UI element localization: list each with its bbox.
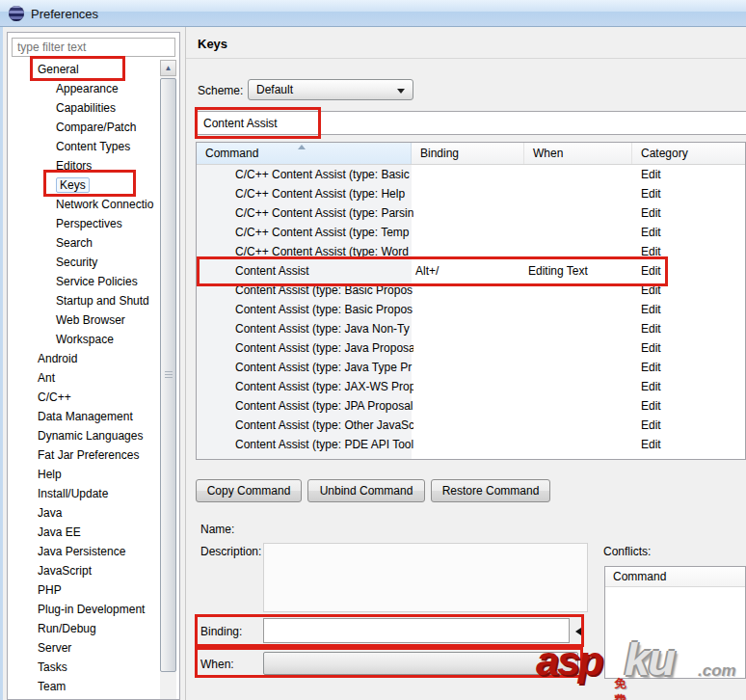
watermark-tagline: 免费网站源码下载站!	[614, 676, 632, 700]
panel-divider	[185, 27, 186, 700]
sidebar-item-data-management[interactable]: Data Management	[9, 407, 159, 426]
sidebar-item-php[interactable]: PHP	[9, 580, 159, 600]
table-row[interactable]: C/C++ Content Assist (type: TempEdit	[197, 223, 745, 242]
sidebar-item-label: Android	[38, 352, 77, 365]
sidebar-item-label: Startup and Shutd	[56, 294, 149, 308]
sidebar-item-network-connectio[interactable]: Network Connectio	[9, 195, 159, 214]
table-row[interactable]: Content Assist (type: JAX-WS PropEdit	[197, 377, 745, 396]
table-row[interactable]: Content Assist (type: SWT TemplEdit	[197, 454, 745, 460]
sidebar-item-dynamic-languages[interactable]: Dynamic Languages	[9, 426, 159, 445]
column-header-command[interactable]: Command	[197, 143, 412, 164]
sidebar-item-android[interactable]: Android	[9, 349, 159, 368]
sidebar-item-startup-and-shutd[interactable]: Startup and Shutd	[9, 291, 159, 310]
sidebar-item-c-c[interactable]: C/C++	[9, 388, 159, 407]
conflicts-label: Conflicts:	[603, 545, 651, 558]
name-label: Name:	[200, 523, 234, 536]
table-row[interactable]: Content Assist (type: Other JavaScEdit	[197, 416, 745, 435]
table-row[interactable]: Content Assist (type: Java ProposaEdit	[197, 338, 745, 358]
table-row[interactable]: Content Assist (type: Java Type PrEdit	[197, 358, 745, 377]
sidebar-item-java-persistence[interactable]: Java Persistence	[9, 542, 159, 561]
sidebar-item-security[interactable]: Security	[9, 253, 159, 272]
table-row[interactable]: C/C++ Content Assist (type: HelpEdit	[197, 184, 745, 203]
cell-command: C/C++ Content Assist (type: Basic	[235, 165, 413, 184]
when-dropdown[interactable]	[263, 652, 578, 675]
copy-command-button[interactable]: Copy Command	[196, 479, 302, 502]
cell-category: Edit	[641, 165, 737, 184]
sidebar-item-label: Content Types	[56, 140, 130, 153]
title-bar[interactable]: Preferences	[0, 0, 746, 27]
table-row[interactable]: C/C++ Content Assist (type: ParsinEdit	[197, 203, 745, 223]
sidebar-item-label: Dynamic Languages	[38, 429, 143, 443]
sidebar-item-editors[interactable]: Editors	[9, 156, 159, 175]
sidebar-item-ant[interactable]: Ant	[9, 368, 159, 388]
table-row[interactable]: C/C++ Content Assist (type: BasicEdit	[197, 165, 745, 184]
conflicts-table: Command	[604, 566, 746, 679]
sidebar-item-label: Network Connectio	[56, 198, 153, 211]
sidebar-item-search[interactable]: Search	[9, 233, 159, 253]
description-textarea[interactable]	[263, 543, 588, 612]
table-row[interactable]: Content Assist (type: JPA ProposalEdit	[197, 396, 745, 416]
sidebar-item-compare-patch[interactable]: Compare/Patch	[9, 118, 159, 137]
sidebar-item-plug-in-development[interactable]: Plug-in Development	[9, 600, 159, 619]
sidebar-filter-input[interactable]	[12, 38, 175, 57]
cell-category: Edit	[641, 338, 737, 358]
cell-category: Edit	[641, 261, 737, 281]
sidebar-item-label: PHP	[38, 583, 62, 597]
sidebar-item-help[interactable]: Help	[9, 465, 159, 484]
cell-command: Content Assist (type: Java Type Pr	[235, 358, 413, 377]
sidebar-scrollbar[interactable]: ▲	[160, 60, 176, 699]
unbind-command-button[interactable]: Unbind Command	[307, 479, 425, 502]
table-header: Command Binding When Category	[197, 143, 745, 165]
command-filter-input[interactable]	[197, 111, 746, 135]
sidebar-item-web-browser[interactable]: Web Browser	[9, 310, 159, 330]
cell-command: Content Assist (type: PDE API Tool	[235, 435, 413, 454]
cell-command: Content Assist (type: Basic Propos	[235, 300, 413, 319]
sidebar-item-appearance[interactable]: Appearance	[9, 79, 159, 98]
restore-command-button[interactable]: Restore Command	[431, 479, 550, 502]
sidebar-item-run-debug[interactable]: Run/Debug	[9, 619, 159, 638]
sidebar-item-tasks[interactable]: Tasks	[9, 658, 159, 677]
table-row[interactable]: Content Assist (type: Basic ProposEdit	[197, 300, 745, 319]
sidebar-item-fat-jar-preferences[interactable]: Fat Jar Preferences	[9, 445, 159, 465]
sidebar-item-java-ee[interactable]: Java EE	[9, 523, 159, 542]
scheme-dropdown[interactable]: Default	[248, 79, 413, 100]
column-header-binding[interactable]: Binding	[412, 143, 524, 164]
sidebar-item-workspace[interactable]: Workspace	[9, 330, 159, 349]
scroll-up-icon[interactable]: ▲	[160, 60, 176, 76]
cell-category: Edit	[641, 396, 737, 416]
sidebar-item-keys[interactable]: Keys	[9, 175, 159, 195]
sidebar-item-label: Perspectives	[56, 217, 122, 230]
table-row[interactable]: Content Assist (type: PDE API ToolEdit	[197, 435, 745, 454]
cell-command: Content Assist	[235, 261, 413, 281]
cell-category: Edit	[641, 184, 737, 203]
cell-category: Edit	[641, 203, 737, 223]
table-row-selected[interactable]: Content AssistAlt+/Editing TextEdit	[197, 261, 745, 281]
sidebar-item-install-update[interactable]: Install/Update	[9, 484, 159, 503]
sidebar-item-label: Tasks	[38, 660, 67, 674]
sidebar-item-content-types[interactable]: Content Types	[9, 137, 159, 156]
chevron-down-icon	[397, 89, 405, 94]
cell-category: Edit	[641, 416, 737, 435]
sidebar-item-server[interactable]: Server	[9, 638, 159, 658]
conflicts-column-header-command[interactable]: Command	[605, 567, 745, 587]
table-row[interactable]: Content Assist (type: Basic ProposEdit	[197, 281, 745, 300]
cell-category: Edit	[641, 300, 737, 319]
cell-command: Content Assist (type: Other JavaSc	[235, 416, 413, 435]
column-header-category[interactable]: Category	[632, 143, 745, 164]
table-row[interactable]: Content Assist (type: Java Non-TyEdit	[197, 319, 745, 338]
sidebar-item-perspectives[interactable]: Perspectives	[9, 214, 159, 233]
sidebar-item-team[interactable]: Team	[9, 677, 159, 696]
sidebar-item-javascript[interactable]: JavaScript	[9, 561, 159, 580]
sidebar-item-capabilities[interactable]: Capabilities	[9, 98, 159, 118]
sidebar-item-general[interactable]: General	[9, 60, 159, 79]
binding-capture-arrow-icon[interactable]	[575, 628, 581, 635]
sidebar-item-java[interactable]: Java	[9, 503, 159, 523]
table-row[interactable]: C/C++ Content Assist (type: WordEdit	[197, 242, 745, 261]
scrollbar-thumb[interactable]	[160, 78, 176, 672]
sidebar-item-label: Team	[38, 680, 66, 693]
sidebar-item-service-policies[interactable]: Service Policies	[9, 272, 159, 291]
binding-input[interactable]	[263, 618, 570, 643]
cell-category: Edit	[641, 377, 737, 396]
column-header-when[interactable]: When	[524, 143, 632, 164]
cell-category: Edit	[641, 358, 737, 377]
